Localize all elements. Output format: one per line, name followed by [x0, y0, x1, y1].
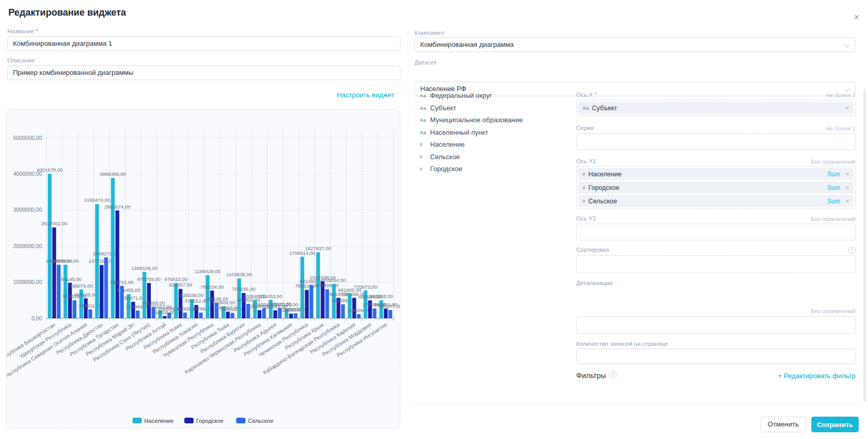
chart-bar	[115, 211, 119, 318]
axis-y1-hint: Без ограничений	[752, 159, 856, 165]
chart-bar	[305, 290, 308, 318]
chart-bar	[136, 311, 139, 318]
bar-value-label: 2517002,00	[41, 221, 67, 226]
legend-label: Сельское	[248, 418, 274, 424]
dataset-field-label: Федеральный округ	[430, 92, 492, 99]
save-button[interactable]: Сохранить	[811, 417, 859, 432]
dataset-field-item[interactable]: АаФедеральный округ	[420, 89, 571, 102]
axis-x-dropzone[interactable]: Аа Субъект ×	[576, 100, 856, 116]
dataset-field-list: АаФедеральный округАаСубъектАаМуниципаль…	[420, 89, 571, 175]
aggregation-badge[interactable]: Sum	[827, 171, 840, 178]
remove-icon[interactable]: ×	[845, 184, 849, 191]
y-axis-label: 0,00	[32, 315, 43, 321]
axis-y1-chip-label: Сельское	[588, 198, 617, 205]
combined-chart: 0,001000000,002000000,003000000,00400000…	[7, 110, 400, 428]
chart-panel: 0,001000000,002000000,003000000,00400000…	[6, 109, 400, 429]
aggregation-badge[interactable]: Sum	[827, 184, 840, 191]
chart-bar	[348, 294, 352, 318]
legend-label: Население	[145, 418, 174, 424]
series-dropzone[interactable]	[576, 133, 856, 150]
cancel-button[interactable]: Отменить	[760, 417, 806, 432]
axis-y1-chip[interactable]: #ГородскоеSum×	[578, 182, 853, 193]
aggregation-badge[interactable]: Sum	[827, 198, 840, 205]
axis-y1-chip-label: Городское	[588, 184, 619, 191]
bar-value-label: 770673,00	[354, 284, 377, 290]
y-axis-label: 2000000,00	[14, 243, 43, 249]
chart-bar	[309, 285, 313, 318]
bar-value-label: 511453,00	[259, 293, 282, 299]
legend-swatch	[133, 418, 142, 423]
text-field-icon: Аа	[420, 130, 430, 135]
dataset-field-label: Субъект	[430, 104, 456, 112]
dataset-field-label: Населенный пункт	[430, 128, 488, 136]
legend-swatch	[184, 418, 193, 423]
bar-value-label: 1288109,00	[132, 265, 158, 271]
page-size-input[interactable]	[576, 348, 856, 364]
footer-divider	[413, 404, 861, 405]
chart-bar	[357, 314, 360, 318]
dataset-field-item[interactable]: #Население	[420, 138, 571, 151]
chart-bar	[174, 283, 178, 318]
scrollbar[interactable]	[863, 89, 866, 402]
bar-value-label: 500058,00	[370, 293, 393, 299]
bar-value-label: 231177,00	[379, 303, 400, 309]
dataset-field-item[interactable]: АаМуниципальное образование	[420, 114, 571, 126]
axis-x-chip[interactable]: Аа Субъект ×	[578, 102, 853, 114]
chart-bar	[48, 174, 51, 318]
bar-value-label: 701835,00	[232, 286, 255, 292]
edit-filter-link[interactable]: + Редактировать фильтр	[778, 372, 856, 380]
bar-value-label: 4001678,00	[36, 167, 62, 173]
number-field-icon: #	[420, 154, 430, 160]
number-field-icon: #	[582, 185, 585, 190]
sorting-dropzone[interactable]	[576, 255, 856, 273]
configure-widget-link[interactable]: Настроить виджет	[337, 91, 394, 99]
dataset-field-item[interactable]: АаНаселенный пункт	[420, 126, 571, 139]
remove-icon[interactable]: ×	[845, 197, 849, 205]
number-field-icon: #	[420, 166, 430, 172]
dataset-field-item[interactable]: АаСубъект	[420, 102, 571, 114]
chart-bar	[57, 265, 60, 318]
axis-y2-label: Ось Y2	[576, 215, 596, 222]
series-hint: Не более 1	[752, 125, 856, 132]
dataset-field-item[interactable]: #Городское	[420, 163, 571, 175]
dataset-field-item[interactable]: #Сельское	[420, 151, 571, 163]
legend-swatch	[236, 418, 245, 423]
description-input[interactable]: Пример комбинированной диаграммы	[7, 66, 400, 80]
bar-value-label: 671455,00	[117, 287, 140, 293]
bar-value-label: 3886395,00	[100, 171, 126, 177]
bar-value-label: 798076,00	[70, 283, 93, 289]
bar-value-label: 976422,00	[164, 276, 188, 282]
axis-y2-dropzone[interactable]	[576, 224, 856, 240]
chart-bar	[163, 316, 166, 318]
axis-y1-chip[interactable]: #СельскоеSum×	[578, 195, 853, 207]
bar-value-label: 332609,00	[212, 300, 235, 305]
extra-dropzone[interactable]	[576, 316, 856, 334]
dataset-field-label: Муниципальное образование	[430, 116, 523, 124]
sorting-help-icon[interactable]: ?	[848, 247, 856, 254]
chart-bar	[104, 257, 108, 318]
legend-label: Городское	[196, 418, 223, 424]
y-axis-label: 3000000,00	[14, 206, 43, 213]
axis-y1-chip[interactable]: #НаселениеSum×	[578, 168, 853, 180]
remove-icon[interactable]: ×	[845, 104, 849, 112]
filters-label: Фильтры	[576, 371, 606, 380]
name-input[interactable]: Комбинированная диаграмма 1	[7, 36, 400, 51]
bar-value-label: 456471,00	[122, 295, 145, 301]
close-icon[interactable]: ×	[851, 11, 862, 23]
axis-y1-dropzone[interactable]: #НаселениеSum×#ГородскоеSum×#СельскоеSum…	[576, 166, 856, 209]
axis-x-label: Ось X *	[576, 92, 597, 98]
chart-bar	[183, 313, 187, 318]
dataset-label: Датасет	[414, 59, 437, 66]
chart-bar	[199, 313, 203, 318]
chart-bar	[341, 304, 345, 318]
plus-icon: +	[778, 372, 782, 380]
chart-bar	[274, 311, 277, 318]
filters-help-icon[interactable]: ?	[610, 371, 617, 379]
text-field-icon: Аа	[420, 117, 430, 123]
description-label: Описание	[7, 57, 35, 63]
text-field-icon: Аа	[420, 93, 430, 98]
sorting-label: Сортировка	[576, 247, 609, 253]
remove-icon[interactable]: ×	[845, 170, 849, 178]
component-select[interactable]: Комбинированная диаграмма	[414, 37, 856, 52]
bar-value-label: 1477202,00	[88, 258, 114, 264]
